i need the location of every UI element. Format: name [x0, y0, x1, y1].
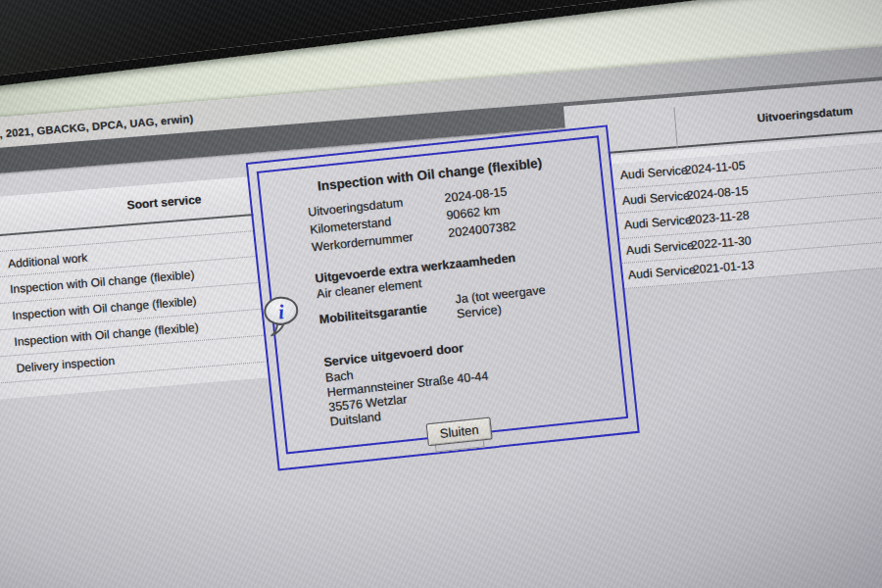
- service-date-column-header: Uitvoeringsdatum: [731, 103, 878, 126]
- service-detail-dialog: i Inspection with Oil change (flexible) …: [246, 124, 640, 470]
- screen-content: , 2021, GBACKG, DPCA, UAG, erwin) Soort …: [0, 0, 882, 588]
- monitor-photo: , 2021, GBACKG, DPCA, UAG, erwin) Soort …: [0, 0, 882, 588]
- service-date: 2023-11-28: [688, 204, 751, 232]
- column-divider: [673, 107, 677, 148]
- service-type-panel: Soort service Additional work Inspection…: [0, 175, 282, 405]
- service-type-list: Additional work Inspection with Oil chan…: [0, 229, 281, 390]
- service-provider: Audi Service: [627, 258, 694, 287]
- service-date: 2024-08-15: [686, 178, 750, 207]
- service-date: 2021-01-13: [692, 253, 756, 281]
- info-bubble-icon: i: [260, 293, 305, 338]
- service-date: 2024-11-05: [684, 154, 747, 182]
- service-date: 2022-11-30: [690, 228, 753, 257]
- service-type-column-header: Soort service: [95, 190, 233, 215]
